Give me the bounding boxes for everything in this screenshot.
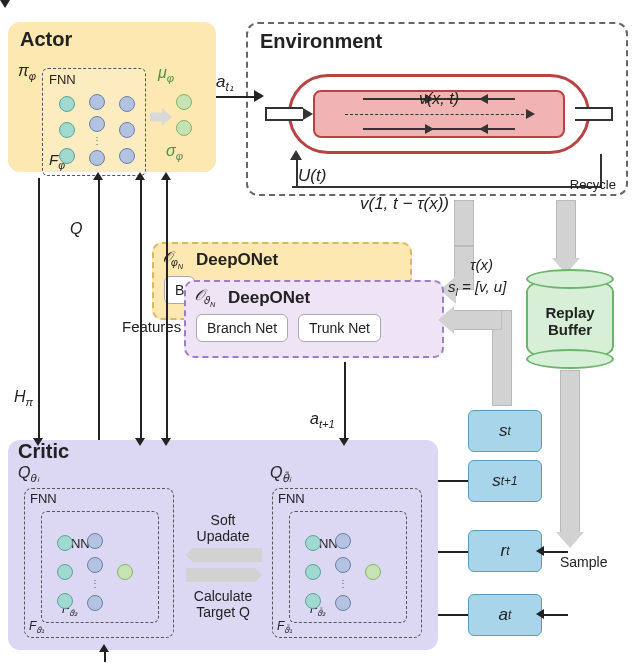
actor-output-neurons [176,94,192,136]
trunk-net-pill: Trunk Net [298,314,381,342]
features-label: Features [122,318,181,335]
actor-policy-symbol: πφ [18,62,36,82]
state-st1: st+1 [468,460,542,502]
actor-fnn-box: FNN Fφ ⋮ [42,68,146,176]
buffer-to-sample-arrow [560,370,580,536]
F1-label: Fϑ₁ [29,619,44,635]
critic-fnn-1: FNN FNN Fϑ₂ Fϑ₁ ⋮ [24,488,174,638]
critic-fnn-2: FNN FNN Fϑ̄₂ Fϑ̄₁ ⋮ [272,488,422,638]
env-to-sl-arrow [454,200,474,246]
at1plus-label: at+1 [310,410,335,430]
v1t-label: v(1, t − τ(x)) [360,194,449,214]
state-at: at [468,594,542,636]
action-label: at₁ [216,72,234,94]
Ut-label: U(t) [298,166,326,186]
sample-to-rt-arrow [542,551,568,553]
F1bar-label: Fϑ̄₁ [277,619,292,635]
critic-panel: Critic Qθᵢ Qθ̄ᵢ FNN FNN Fϑ₂ Fϑ₁ ⋮ FNN FN… [8,440,438,650]
deeponet-back-title: DeepONet [196,250,400,270]
replay-buffer-label: ReplayBuffer [528,304,612,338]
deeponet-panel: 𝒪ϑN DeepONet Branch Net Trunk Net [184,280,444,358]
sample-label: Sample [560,554,607,570]
fnn-label: FNN [278,491,305,506]
Qtheta-label: Qθᵢ [18,464,39,485]
actor-output-arrow-icon [150,108,172,126]
sigma-symbol: σφ [166,142,183,162]
actor-nn-icon: ⋮ [57,91,137,169]
Q-line [98,178,100,440]
actor-panel: Actor πφ FNN Fφ ⋮ μφ σφ [8,22,216,172]
Hpi-line [38,178,40,440]
Qthetabar-label: Qθ̄ᵢ [270,464,291,485]
vxt-label: v(x, t) [417,90,461,108]
sample-to-at-arrow [542,614,568,616]
reactor-icon: v(x, t) [288,74,590,154]
environment-panel: Environment v(x, t) U(t) Recycle [246,22,628,196]
critic-nn-icon: ⋮ [55,529,143,615]
critic-target-nn-icon: ⋮ [303,529,391,615]
action-arrow-head-icon [254,90,264,102]
exchange-arrow-left-icon [186,548,262,562]
replay-buffer: ReplayBuffer [526,276,614,362]
deeponet-title: DeepONet [228,288,432,308]
critic-title: Critic [18,440,69,463]
arrow-head-down-icon [556,532,584,548]
env-title: Environment [260,30,382,53]
exchange-arrow-right-icon [186,568,262,582]
deeponet-O: 𝒪ϑN [194,286,215,309]
branch-net-pill: Branch Net [196,314,288,342]
features-line-2 [166,178,168,440]
actor-title: Actor [20,28,72,51]
state-st: st [468,410,542,452]
tau-label: τ(x) [470,256,493,273]
sl-label: sl = [v, u] [448,278,506,298]
soft-update-label: SoftUpadate [180,512,266,544]
calc-target-label: CalculateTarget Q [180,588,266,620]
Q-label: Q [70,220,82,238]
features-line-1 [140,178,142,440]
fnn-label: FNN [49,72,76,87]
action-arrow [216,96,258,98]
arrow-head-left-icon [438,306,454,334]
state-rt: rt [468,530,542,572]
at1plus-line [344,362,346,440]
fnn-label: FNN [30,491,57,506]
env-to-buffer-arrow [556,200,576,262]
mu-symbol: μφ [158,64,174,84]
Hpi-label: Hπ [14,388,33,408]
recycle-label: Recycle [570,177,616,192]
